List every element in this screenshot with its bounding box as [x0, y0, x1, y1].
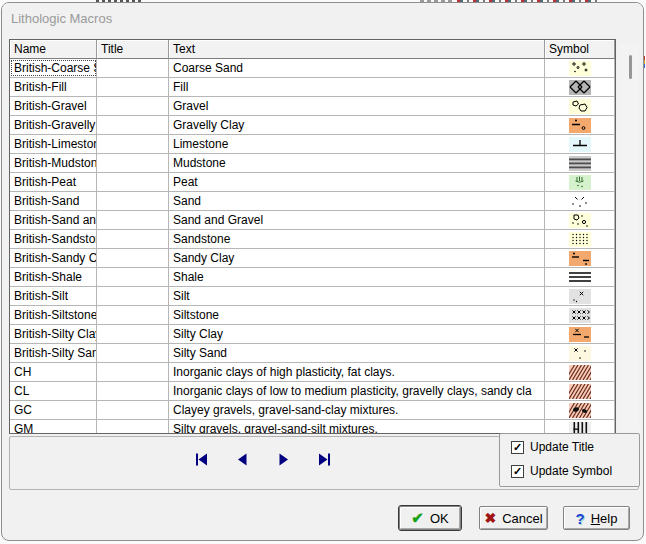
cell-name[interactable]: British-Gravel	[10, 97, 97, 115]
cell-symbol[interactable]	[545, 78, 615, 96]
table-row[interactable]: British-FillFill	[10, 78, 615, 97]
cell-title[interactable]	[97, 135, 169, 153]
cell-symbol[interactable]	[545, 116, 615, 134]
cancel-button[interactable]: ✖ Cancel	[479, 506, 548, 530]
cell-name[interactable]: British-Limestone	[10, 135, 97, 153]
cell-title[interactable]	[97, 249, 169, 267]
cell-symbol[interactable]	[545, 268, 615, 286]
cell-title[interactable]	[97, 154, 169, 172]
title-bar[interactable]: Lithologic Macros	[2, 3, 643, 33]
cell-text[interactable]: Silt	[169, 287, 545, 305]
cell-text[interactable]: Gravel	[169, 97, 545, 115]
table-row[interactable]: British-GravelGravel	[10, 97, 615, 116]
table-row[interactable]: GCClayey gravels, gravel-sand-clay mixtu…	[10, 401, 615, 420]
cell-text[interactable]: Clayey gravels, gravel-sand-clay mixture…	[169, 401, 545, 419]
table-row[interactable]: British-SandSand	[10, 192, 615, 211]
first-record-button[interactable]	[194, 452, 208, 466]
column-header-symbol[interactable]: Symbol	[545, 40, 615, 59]
cell-text[interactable]: Shale	[169, 268, 545, 286]
table-row[interactable]: British-Silty ClaySilty Clay	[10, 325, 615, 344]
cell-symbol[interactable]	[545, 325, 615, 343]
cell-name[interactable]: British-Sandstone	[10, 230, 97, 248]
cell-text[interactable]: Silty Clay	[169, 325, 545, 343]
cell-symbol[interactable]	[545, 173, 615, 191]
cell-text[interactable]: Gravelly Clay	[169, 116, 545, 134]
cell-name[interactable]: British-Coarse Sand	[10, 59, 97, 77]
cell-title[interactable]	[97, 211, 169, 229]
cell-name[interactable]: British-Mudstone	[10, 154, 97, 172]
last-record-button[interactable]	[317, 452, 331, 466]
update-title-checkbox[interactable]: ✓	[511, 441, 524, 454]
cell-name[interactable]: British-Silt	[10, 287, 97, 305]
cell-title[interactable]	[97, 173, 169, 191]
cell-name[interactable]: GM	[10, 420, 97, 434]
cell-text[interactable]: Sandy Clay	[169, 249, 545, 267]
cell-title[interactable]	[97, 344, 169, 362]
cell-text[interactable]: Inorganic clays of high plasticity, fat …	[169, 363, 545, 381]
cell-symbol[interactable]	[545, 363, 615, 381]
scrollbar-thumb[interactable]	[629, 55, 632, 79]
ok-button[interactable]: ✔ OK	[399, 506, 461, 530]
table-row[interactable]: British-PeatPeat	[10, 173, 615, 192]
cell-text[interactable]: Sand and Gravel	[169, 211, 545, 229]
cell-symbol[interactable]	[545, 192, 615, 210]
cell-title[interactable]	[97, 325, 169, 343]
cell-title[interactable]	[97, 382, 169, 400]
cell-text[interactable]: Coarse Sand	[169, 59, 545, 77]
cell-name[interactable]: British-Sand	[10, 192, 97, 210]
cell-name[interactable]: British-Silty Sand	[10, 344, 97, 362]
cell-title[interactable]	[97, 363, 169, 381]
table-row[interactable]: CHInorganic clays of high plasticity, fa…	[10, 363, 615, 382]
cell-symbol[interactable]	[545, 59, 615, 77]
column-header-text[interactable]: Text	[169, 40, 545, 59]
cell-text[interactable]: Sandstone	[169, 230, 545, 248]
cell-symbol[interactable]	[545, 230, 615, 248]
cell-text[interactable]: Silty gravels, gravel-sand-silt mixtures…	[169, 420, 545, 434]
cell-symbol[interactable]	[545, 382, 615, 400]
cell-title[interactable]	[97, 401, 169, 419]
cell-text[interactable]: Fill	[169, 78, 545, 96]
cell-name[interactable]: British-Peat	[10, 173, 97, 191]
cell-title[interactable]	[97, 268, 169, 286]
table-row[interactable]: CLInorganic clays of low to medium plast…	[10, 382, 615, 401]
cell-title[interactable]	[97, 420, 169, 434]
cell-text[interactable]: Siltstone	[169, 306, 545, 324]
cell-symbol[interactable]	[545, 344, 615, 362]
cell-text[interactable]: Inorganic clays of low to medium plastic…	[169, 382, 545, 400]
cell-name[interactable]: GC	[10, 401, 97, 419]
cell-text[interactable]: Silty Sand	[169, 344, 545, 362]
cell-name[interactable]: British-Silty Clay	[10, 325, 97, 343]
table-row[interactable]: British-Sand and GravelSand and Gravel	[10, 211, 615, 230]
column-header-title[interactable]: Title	[97, 40, 169, 59]
cell-symbol[interactable]	[545, 287, 615, 305]
cell-name[interactable]: British-Siltstone	[10, 306, 97, 324]
cell-title[interactable]	[97, 230, 169, 248]
table-row[interactable]: British-Sandy ClaySandy Clay	[10, 249, 615, 268]
cell-name[interactable]: British-Shale	[10, 268, 97, 286]
cell-title[interactable]	[97, 59, 169, 77]
update-symbol-checkbox[interactable]: ✓	[511, 465, 524, 478]
table-row[interactable]: British-LimestoneLimestone	[10, 135, 615, 154]
cell-symbol[interactable]	[545, 249, 615, 267]
cell-symbol[interactable]	[545, 420, 615, 434]
cell-text[interactable]: Sand	[169, 192, 545, 210]
cell-text[interactable]: Mudstone	[169, 154, 545, 172]
table-row[interactable]: British-ShaleShale	[10, 268, 615, 287]
vertical-scrollbar[interactable]	[620, 43, 639, 431]
table-row[interactable]: British-Silty SandSilty Sand	[10, 344, 615, 363]
cell-symbol[interactable]	[545, 401, 615, 419]
cell-symbol[interactable]	[545, 97, 615, 115]
cell-symbol[interactable]	[545, 154, 615, 172]
table-row[interactable]: British-Coarse SandCoarse Sand	[10, 59, 615, 78]
next-record-button[interactable]	[276, 452, 290, 466]
cell-name[interactable]: CH	[10, 363, 97, 381]
cell-title[interactable]	[97, 116, 169, 134]
cell-symbol[interactable]	[545, 135, 615, 153]
cell-title[interactable]	[97, 78, 169, 96]
table-row[interactable]: British-SiltSilt	[10, 287, 615, 306]
table-row[interactable]: British-SandstoneSandstone	[10, 230, 615, 249]
table-row[interactable]: British-Gravelly ClayGravelly Clay	[10, 116, 615, 135]
cell-title[interactable]	[97, 287, 169, 305]
cell-name[interactable]: British-Sand and Gravel	[10, 211, 97, 229]
cell-name[interactable]: British-Sandy Clay	[10, 249, 97, 267]
